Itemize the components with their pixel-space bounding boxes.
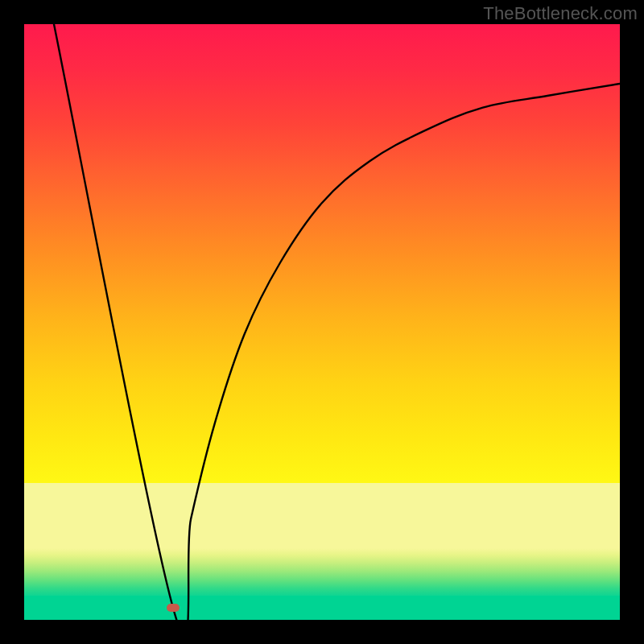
curve-layer (24, 24, 620, 620)
curve-path (54, 24, 620, 620)
plot-area (24, 24, 620, 620)
chart-frame: TheBottleneck.com (0, 0, 644, 644)
minimum-marker (167, 604, 180, 612)
watermark-text: TheBottleneck.com (483, 3, 638, 24)
